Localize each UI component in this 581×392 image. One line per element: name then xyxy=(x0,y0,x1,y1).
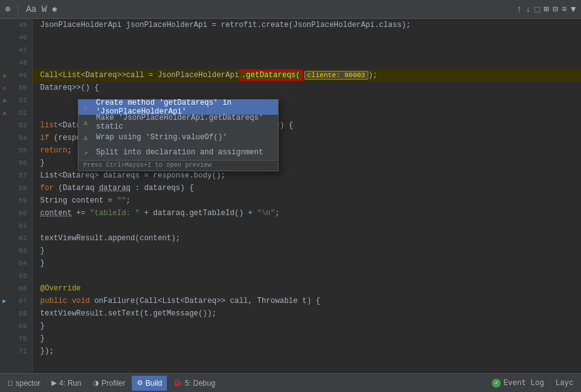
search-icon[interactable]: ⊕ xyxy=(5,4,10,14)
word-wrap-icon[interactable]: W xyxy=(41,4,46,14)
warn-icon-wrap: ⚠ xyxy=(83,134,92,142)
run-button[interactable]: ▶ 4: Run xyxy=(46,376,86,391)
build-label: Build xyxy=(146,379,163,388)
layout-button[interactable]: Layc xyxy=(550,379,578,388)
line-59: 59 xyxy=(0,194,32,207)
autocomplete-label-split: Split into declaration and assignment xyxy=(96,148,263,157)
next-icon[interactable]: ↓ xyxy=(525,4,530,14)
code-line-49: Call<List<Datareq>>call = JsonPlaceHolde… xyxy=(33,69,581,82)
error-icon-create: ⚠ xyxy=(83,103,92,112)
inspector-button[interactable]: ◻ spector xyxy=(3,376,45,391)
event-log-button[interactable]: ✓ Event Log xyxy=(487,379,549,388)
line-49: ⚠ 49 xyxy=(0,69,32,82)
run-label: 4: Run xyxy=(59,379,81,388)
line-numbers-gutter: 45 46 47 48 ⚠ 49 ⚠ 50 ⚠ 51 ⚠ 52 53 54 55… xyxy=(0,19,33,373)
code-line-63: } xyxy=(33,245,581,257)
layout1-icon[interactable]: ⬚ xyxy=(535,4,540,14)
code-line-65 xyxy=(33,270,581,282)
toolbar-right: ↑ ↓ ⬚ ⊞ ⊟ ≡ ▼ xyxy=(516,4,576,14)
menu-icon[interactable]: ≡ xyxy=(562,4,567,14)
regex-icon[interactable]: ✱ xyxy=(52,4,57,14)
code-text-51 xyxy=(40,96,45,105)
autocomplete-item-static[interactable]: ⚠ Make 'JsonPlaceHolderApi.getDatareqs' … xyxy=(78,115,278,130)
code-text-70: } xyxy=(40,334,45,343)
code-line-71: }); xyxy=(33,345,581,358)
code-text-56: } xyxy=(40,159,45,167)
code-line-70: } xyxy=(33,332,581,345)
layout3-icon[interactable]: ⊟ xyxy=(553,4,558,14)
code-line-48 xyxy=(33,56,581,69)
line-50: ⚠ 50 xyxy=(0,82,32,94)
line-57: 57 xyxy=(0,169,32,182)
line-64: 64 xyxy=(0,257,32,270)
line-47: 47 xyxy=(0,44,32,56)
code-text-63: } xyxy=(40,246,45,255)
code-line-66: @Override xyxy=(33,282,581,295)
code-text-60: content += "tableId: " + dataraq.getTabl… xyxy=(40,209,280,218)
warn-icon-52: ⚠ xyxy=(3,109,6,117)
code-text-45: JsonPlaceHolderApi jsonPlaceHolderApi = … xyxy=(40,21,411,29)
line-48: 48 xyxy=(0,56,32,69)
line-62: 62 xyxy=(0,232,32,245)
warn-icon-49: ⚠ xyxy=(3,72,6,79)
debug-icon: 🐞 xyxy=(173,379,182,387)
filter-icon[interactable]: ▼ xyxy=(571,4,576,14)
debug-button[interactable]: 🐞 5: Debug xyxy=(168,376,220,391)
code-line-59: String content = ""; xyxy=(33,194,581,207)
line-53: 53 xyxy=(0,119,32,132)
autocomplete-popup[interactable]: ⚠ Create method 'getDatareqs' in 'JsonPl… xyxy=(78,99,279,171)
line-67: ▶ 67 xyxy=(0,295,32,307)
build-button[interactable]: ⚙ Build xyxy=(132,376,168,391)
line-45: 45 xyxy=(0,19,32,31)
line-58: 58 xyxy=(0,182,32,194)
autocomplete-label-wrap: Wrap using 'String.valueOf()' xyxy=(96,133,227,142)
code-line-67: public void onFailure(Call<List<Datareq>… xyxy=(33,295,581,307)
line-46: 46 xyxy=(0,31,32,44)
line-63: 63 xyxy=(0,245,32,257)
code-line-50: Datareq>>() { xyxy=(33,82,581,94)
code-text-68: textViewResult.setText(t.getMessage()); xyxy=(40,309,216,318)
profiler-button[interactable]: ◑ Profiler xyxy=(88,376,131,391)
line-71: 71 xyxy=(0,345,32,358)
prev-icon[interactable]: ↑ xyxy=(516,4,521,14)
autocomplete-item-wrap[interactable]: ⚠ Wrap using 'String.valueOf()' xyxy=(78,130,278,145)
debug-label: 5: Debug xyxy=(184,379,215,388)
code-text-69: } xyxy=(40,322,45,331)
line-55: 55 xyxy=(0,144,32,157)
autocomplete-item-create[interactable]: ⚠ Create method 'getDatareqs' in 'JsonPl… xyxy=(78,100,278,115)
code-text-66: @Override xyxy=(40,284,81,293)
warn-icon-static: ⚠ xyxy=(83,119,92,127)
split-icon: ↗ xyxy=(83,149,92,157)
font-icon[interactable]: Aa xyxy=(26,4,36,14)
getdatareqs-highlight: .getDatareqs( xyxy=(239,70,303,81)
inspector-icon: ◻ xyxy=(8,379,13,387)
code-text-49a: Call<List<Datareq>>call = JsonPlaceHolde… xyxy=(40,71,239,80)
line-68: 68 xyxy=(0,307,32,320)
top-toolbar: ⊕ Aa W ✱ ↑ ↓ ⬚ ⊞ ⊟ ≡ ▼ xyxy=(0,0,581,19)
line-70: 70 xyxy=(0,332,32,345)
code-line-47 xyxy=(33,44,581,56)
line-65: 65 xyxy=(0,270,32,282)
autocomplete-label-static: Make 'JsonPlaceHolderApi.getDatareqs' st… xyxy=(96,114,273,131)
event-log-label: Event Log xyxy=(503,379,544,388)
code-text-55: return; xyxy=(40,146,72,155)
line-56: 56 xyxy=(0,157,32,169)
arrow-icon-67: ▶ xyxy=(3,297,6,305)
code-editor[interactable]: JsonPlaceHolderApi jsonPlaceHolderApi = … xyxy=(33,19,581,373)
profiler-icon: ◑ xyxy=(93,379,99,387)
line-60: 60 xyxy=(0,207,32,220)
code-text-52 xyxy=(40,109,45,117)
line-52: ⚠ 52 xyxy=(0,107,32,119)
inspector-label: spector xyxy=(16,379,40,388)
code-text-50: Datareq>>() { xyxy=(40,83,99,92)
code-text-59: String content = ""; xyxy=(40,196,131,205)
build-icon: ⚙ xyxy=(137,379,143,387)
autocomplete-item-split[interactable]: ↗ Split into declaration and assignment xyxy=(78,145,278,160)
toolbar-separator xyxy=(18,4,18,14)
code-line-60: content += "tableId: " + dataraq.getTabl… xyxy=(33,207,581,220)
profiler-label: Profiler xyxy=(102,379,125,388)
layout-label: Layc xyxy=(555,379,573,388)
layout2-icon[interactable]: ⊞ xyxy=(543,4,548,14)
code-line-57: List<Datareq> datareqs = response.body()… xyxy=(33,169,581,182)
line-61: 61 xyxy=(0,220,32,232)
